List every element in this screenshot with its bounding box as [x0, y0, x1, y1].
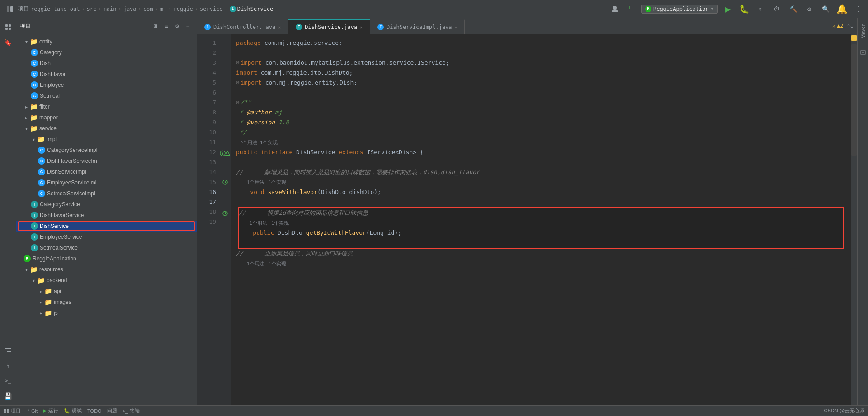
status-item-todo[interactable]: TODO — [87, 408, 102, 414]
tree-item-label: impl — [47, 136, 57, 142]
collapse-all-icon[interactable]: ≡ — [161, 21, 171, 31]
status-item-run[interactable]: ▶ 运行 — [43, 407, 58, 414]
tree-item-employeeserviceimpl[interactable]: C EmployeeServiceIml — [16, 177, 197, 188]
tree-item-dishserviceimpl[interactable]: C DishServiceImpl — [16, 166, 197, 177]
breadcrumb-service[interactable]: service — [200, 6, 223, 12]
tree-item-categoryserviceimpl[interactable]: C CategoryServiceImpl — [16, 145, 197, 156]
folder-icon: 📁 — [30, 103, 38, 110]
class-icon: C — [31, 60, 38, 67]
profile-icon[interactable] — [609, 3, 621, 15]
more-button[interactable]: ⋮ — [852, 3, 864, 15]
tab-dishserviceimpl[interactable]: C DishServiceImpl.java ✕ — [370, 19, 465, 34]
code-content[interactable]: package com.mj.reggie.service; ⊖ import … — [231, 34, 851, 405]
tree-item-service[interactable]: ▾ 📁 service — [16, 123, 197, 134]
tab-close-icon[interactable]: ✕ — [278, 25, 281, 30]
notification-button[interactable]: 🔔 — [835, 3, 848, 15]
breadcrumb-root[interactable]: reggie_take_out — [31, 6, 80, 12]
settings-button[interactable]: ⚙ — [803, 3, 816, 15]
interface-icon: I — [31, 233, 38, 241]
tree-item-employee[interactable]: C Employee — [16, 80, 197, 90]
tree-item-dishflavorserviceimpl[interactable]: C DishFlavorServiceIm — [16, 156, 197, 166]
fold-icon: ⊖ — [236, 98, 240, 108]
status-item-git[interactable]: ⑂ Git — [26, 408, 38, 414]
breadcrumb-main[interactable]: main — [104, 6, 117, 12]
run-button[interactable]: ▶ — [722, 3, 734, 15]
line-num-6: 6 — [201, 88, 216, 98]
tree-item-entity[interactable]: ▾ 📁 entity — [16, 36, 197, 47]
class-icon: C — [31, 49, 38, 56]
profile-run-button[interactable]: ⏱ — [770, 3, 783, 15]
panel-toggle-icon[interactable] — [4, 3, 16, 15]
gutter-override-icon-16[interactable] — [220, 197, 231, 217]
tree-item-backend[interactable]: ▾ 📁 backend — [16, 275, 197, 286]
tree-item-label: entity — [39, 38, 52, 45]
structure-icon[interactable] — [1, 343, 15, 357]
maven-label[interactable]: Maven — [860, 20, 866, 42]
svg-rect-0 — [7, 6, 9, 12]
tab-dishservice[interactable]: I DishService.java ✕ — [288, 19, 370, 34]
tree-item-resources[interactable]: ▾ 📁 resources — [16, 264, 197, 275]
tab-dishcontroller[interactable]: C DishController.java ✕ — [197, 19, 288, 34]
tree-item-setmealserviceimpl[interactable]: C SetmealServiceImpl — [16, 188, 197, 199]
tree-item-dish[interactable]: C Dish — [16, 58, 197, 69]
tree-item-dishservice[interactable]: I DishService — [16, 221, 197, 232]
close-panel-icon[interactable]: − — [183, 21, 193, 31]
code-editor: 1 2 3 4 5 6 7 8 9 10 11 12 13 14 15 16 1 — [197, 34, 857, 405]
tree-item-dishflavorservice[interactable]: I DishFlavorService — [16, 210, 197, 221]
sidebar-tree[interactable]: ▾ 📁 entity C Category C Dish C DishFlavo… — [16, 34, 197, 405]
collapse-gutter-icon[interactable]: ⌄ — [850, 23, 854, 29]
tree-item-dishflavor[interactable]: C DishFlavor — [16, 69, 197, 80]
code-line-11: public interface DishService extends ISe… — [236, 147, 845, 157]
terminal-icon[interactable]: >_ — [1, 373, 15, 388]
tree-item-impl[interactable]: ▾ 📁 impl — [16, 134, 197, 145]
tree-item-label: Employee — [40, 82, 64, 88]
gutter-interface-icon[interactable]: I — [220, 137, 231, 157]
tab-close-icon[interactable]: ✕ — [454, 25, 457, 30]
tree-item-setmeal[interactable]: C Setmeal — [16, 90, 197, 101]
tab-file-icon: I — [296, 24, 302, 30]
dropdown-arrow-icon: ▾ — [711, 6, 714, 12]
right-panel-icon[interactable] — [859, 48, 868, 57]
line-num-17: 17 — [201, 197, 216, 207]
breadcrumb-java[interactable]: java — [123, 6, 137, 12]
breadcrumb-reggie[interactable]: reggie — [173, 6, 193, 12]
gutter-override-icon[interactable] — [220, 177, 231, 187]
breadcrumb-src[interactable]: src — [87, 6, 97, 12]
tree-item-reggieapplication[interactable]: R ReggieApplication — [16, 253, 197, 264]
settings-icon[interactable]: ⚙ — [172, 21, 182, 31]
database-icon[interactable]: 💾 — [1, 389, 15, 403]
tree-item-images[interactable]: ▸ 📁 images — [16, 297, 197, 307]
tree-item-employeeservice[interactable]: I EmployeeService — [16, 232, 197, 242]
status-item-problems[interactable]: 问题 — [107, 407, 117, 414]
bookmark-icon[interactable]: 🔖 — [1, 35, 15, 50]
tree-item-mapper[interactable]: ▸ 📁 mapper — [16, 112, 197, 123]
tab-more[interactable]: ⚠ ▲2 ⌃ ⌄ — [829, 18, 857, 34]
status-item-debug[interactable]: 🐛 调试 — [64, 407, 82, 414]
tree-item-categoryservice[interactable]: I CategoryService — [16, 199, 197, 210]
project-panel-icon[interactable] — [1, 20, 15, 34]
vcs-icon[interactable]: ⑂ — [625, 3, 637, 15]
scrollbar[interactable] — [851, 44, 857, 156]
build-button[interactable]: 🔨 — [787, 3, 799, 15]
tree-item-category[interactable]: C Category — [16, 47, 197, 58]
search-button[interactable]: 🔍 — [819, 3, 832, 15]
run-config[interactable]: R ReggieApplication ▾ — [641, 5, 718, 14]
debug-button[interactable]: 🐛 — [738, 3, 750, 15]
tree-item-js[interactable]: ▸ 📁 js — [16, 307, 197, 318]
tree-item-label: images — [54, 299, 71, 305]
tab-close-icon[interactable]: ✕ — [360, 25, 363, 30]
tree-item-filter[interactable]: ▸ 📁 filter — [16, 101, 197, 112]
expand-gutter-icon[interactable]: ⌃ — [847, 23, 850, 29]
expand-all-icon[interactable]: ⊞ — [151, 21, 160, 31]
tree-item-label: SetmealService — [40, 245, 78, 251]
status-item-terminal[interactable]: >_ 终端 — [123, 407, 140, 414]
tree-item-setmealservice[interactable]: I SetmealService — [16, 242, 197, 253]
breadcrumb-mj[interactable]: mj — [160, 6, 166, 12]
tree-item-api[interactable]: ▸ 📁 api — [16, 286, 197, 297]
coverage-button[interactable]: ☂ — [754, 3, 767, 15]
svg-rect-4 — [9, 24, 11, 27]
breadcrumb-com[interactable]: com — [143, 6, 153, 12]
class-icon: C — [31, 92, 38, 99]
status-item-project[interactable]: 项目 — [4, 407, 21, 414]
git-icon[interactable]: ⑂ — [1, 358, 15, 373]
